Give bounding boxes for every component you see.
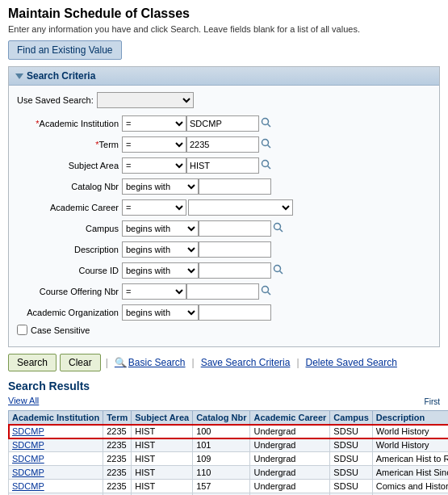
svg-line-5 (268, 166, 271, 170)
table-row[interactable]: SDCMP2235HIST100UndergradSDSUWorld Histo… (9, 425, 449, 438)
cell-academic_career: Undergrad (250, 466, 330, 480)
cell-campus: SDSU (330, 452, 372, 466)
cell-subject_area: HIST (132, 452, 193, 466)
subject-area-input[interactable] (186, 157, 259, 174)
course-offering-row: Course Offering Nbr = (17, 283, 431, 300)
cell-subject_area: HIST (132, 466, 193, 480)
term-input[interactable] (186, 136, 259, 153)
course-offering-input[interactable] (186, 283, 259, 300)
cell-term: 2235 (103, 480, 132, 493)
clear-button[interactable]: Clear (60, 354, 101, 371)
collapse-icon[interactable] (15, 73, 23, 79)
save-search-button[interactable]: Save Search Criteria (199, 357, 292, 368)
campus-input[interactable] (199, 220, 271, 237)
campus-label: Campus (17, 224, 122, 233)
course-offering-operator[interactable]: = (122, 283, 186, 300)
academic-career-value-select[interactable] (188, 199, 293, 216)
cell-campus: SDSU (330, 480, 372, 493)
academic-org-input[interactable] (199, 304, 271, 321)
cell-academic_institution[interactable]: SDCMP (9, 452, 103, 466)
svg-point-8 (274, 266, 281, 272)
cell-campus: SDSU (330, 425, 372, 438)
section-title: Search Criteria (27, 70, 95, 82)
page-title: Maintain Schedule of Classes (8, 6, 440, 21)
table-row[interactable]: SDCMP2235HIST101UndergradSDSUWorld Histo… (9, 438, 449, 452)
divider-2: | (192, 357, 195, 368)
academic-institution-lookup-icon[interactable] (261, 117, 274, 130)
svg-point-0 (262, 119, 269, 125)
academic-institution-input[interactable] (186, 115, 259, 132)
cell-campus: SDSU (330, 466, 372, 480)
delete-search-button[interactable]: Delete Saved Search (304, 357, 399, 368)
course-offering-lookup-icon[interactable] (261, 285, 274, 298)
cell-catalog_nbr: 110 (193, 466, 250, 480)
svg-line-3 (268, 145, 271, 149)
description-row: Description begins with (17, 241, 431, 258)
campus-lookup-icon[interactable] (273, 222, 286, 235)
academic-institution-row: Academic Institution = (17, 115, 431, 132)
academic-institution-label: Academic Institution (17, 119, 122, 128)
case-sensitive-checkbox[interactable] (17, 325, 27, 335)
section-header: Search Criteria (9, 67, 439, 86)
cell-academic_institution[interactable]: SDCMP (9, 480, 103, 493)
basic-search-icon: 🔍 (115, 357, 127, 368)
search-criteria-section: Search Criteria Use Saved Search: Academ… (8, 66, 440, 347)
saved-search-select[interactable] (97, 92, 194, 108)
cell-catalog_nbr: 100 (193, 425, 250, 438)
table-header-row: Academic Institution Term Subject Area C… (9, 411, 449, 425)
subject-area-lookup-icon[interactable] (261, 159, 274, 172)
academic-institution-operator[interactable]: = (122, 115, 186, 132)
academic-career-operator[interactable]: = (122, 199, 186, 216)
subject-area-operator[interactable]: = (122, 157, 186, 174)
table-row[interactable]: SDCMP2235HIST110UndergradSDSUAmerican Hi… (9, 466, 449, 480)
cell-description: World History (372, 425, 448, 438)
table-row[interactable]: SDCMP2235HIST109UndergradSDSUAmerican Hi… (9, 452, 449, 466)
academic-org-operator[interactable]: begins with (122, 304, 199, 321)
catalog-nbr-operator[interactable]: begins with (122, 178, 199, 195)
cell-academic_career: Undergrad (250, 438, 330, 452)
term-lookup-icon[interactable] (261, 138, 274, 151)
results-table: Academic Institution Term Subject Area C… (8, 410, 448, 495)
search-button[interactable]: Search (8, 354, 57, 371)
cell-term: 2235 (103, 452, 132, 466)
campus-operator[interactable]: begins with (122, 220, 199, 237)
course-id-operator[interactable]: begins with (122, 262, 199, 279)
col-catalog-nbr: Catalog Nbr (193, 411, 250, 425)
table-row[interactable]: SDCMP2235HIST157UndergradSDSUComics and … (9, 480, 449, 493)
view-all-link[interactable]: View All (8, 396, 39, 405)
search-criteria-body: Use Saved Search: Academic Institution = (9, 86, 439, 346)
cell-academic_institution[interactable]: SDCMP (9, 438, 103, 452)
svg-point-2 (262, 140, 269, 146)
academic-career-row: Academic Career = (17, 199, 431, 216)
cell-term: 2235 (103, 466, 132, 480)
svg-point-6 (274, 224, 281, 230)
term-operator[interactable]: = (122, 136, 186, 153)
course-id-lookup-icon[interactable] (273, 264, 286, 277)
action-buttons: Search Clear | 🔍Basic Search | Save Sear… (8, 354, 440, 371)
cell-catalog_nbr: 157 (193, 480, 250, 493)
cell-academic_institution[interactable]: SDCMP (9, 425, 103, 438)
course-id-row: Course ID begins with (17, 262, 431, 279)
cell-academic_institution[interactable]: SDCMP (9, 466, 103, 480)
cell-term: 2235 (103, 438, 132, 452)
svg-line-7 (280, 229, 283, 233)
tab-find-existing-value[interactable]: Find an Existing Value (8, 40, 122, 60)
cell-term: 2235 (103, 425, 132, 438)
divider-3: | (296, 357, 299, 368)
col-description: Description (372, 411, 448, 425)
search-results-section: Search Results View All First Academic I… (8, 380, 440, 495)
basic-search-button[interactable]: 🔍Basic Search (113, 357, 187, 368)
description-input[interactable] (199, 241, 271, 258)
description-operator[interactable]: begins with (122, 241, 199, 258)
saved-search-label: Use Saved Search: (17, 95, 94, 105)
course-id-input[interactable] (199, 262, 271, 279)
catalog-nbr-input[interactable] (199, 178, 271, 195)
academic-org-row: Academic Organization begins with (17, 304, 431, 321)
course-offering-label: Course Offering Nbr (17, 287, 122, 296)
cell-description: American Hist to Reconstr (372, 452, 448, 466)
svg-point-10 (262, 287, 269, 293)
cell-academic_career: Undergrad (250, 425, 330, 438)
term-label: Term (17, 140, 122, 149)
cell-academic_career: Undergrad (250, 452, 330, 466)
cell-subject_area: HIST (132, 425, 193, 438)
